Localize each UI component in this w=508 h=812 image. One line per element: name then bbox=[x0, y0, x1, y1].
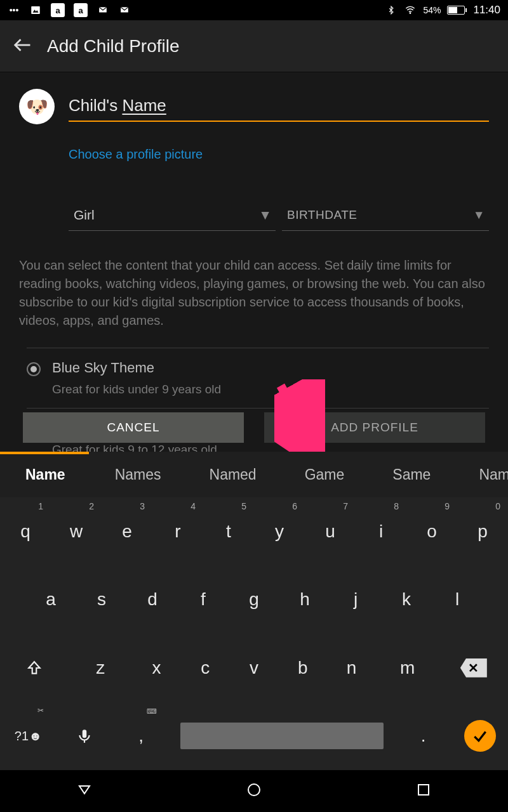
radio-selected-icon[interactable] bbox=[27, 362, 41, 376]
backspace-key[interactable]: ✕ bbox=[439, 634, 508, 702]
keyboard-hint-icon: ⌨ bbox=[147, 707, 157, 716]
svg-point-4 bbox=[410, 13, 411, 13]
name-cursor-text: Name bbox=[122, 96, 166, 115]
key-w[interactable]: 2w bbox=[51, 497, 102, 566]
key-d[interactable]: d bbox=[127, 566, 178, 634]
shift-key[interactable] bbox=[0, 634, 69, 702]
key-o[interactable]: 9o bbox=[406, 497, 457, 566]
key-r[interactable]: 4r bbox=[152, 497, 203, 566]
amazon-app-icon: a bbox=[74, 3, 88, 17]
nav-home-button[interactable] bbox=[246, 782, 262, 800]
key-s[interactable]: s bbox=[76, 566, 127, 634]
choose-profile-picture-link[interactable]: Choose a profile picture bbox=[69, 147, 489, 162]
nav-back-button[interactable] bbox=[77, 782, 92, 800]
theme-subtitle: Great for kids under 9 years old bbox=[52, 383, 221, 396]
more-icon: ••• bbox=[8, 4, 20, 16]
key-l[interactable]: l bbox=[432, 566, 483, 634]
keyboard-suggestions: Name Names Named Game Same Nam bbox=[0, 452, 508, 497]
key-n[interactable]: n bbox=[327, 634, 376, 702]
svg-rect-8 bbox=[83, 730, 87, 738]
system-nav-bar bbox=[0, 770, 508, 812]
suggestion-item[interactable]: Game bbox=[281, 466, 369, 483]
suggestion-item[interactable]: Same bbox=[368, 466, 455, 483]
app-bar: Add Child Profile bbox=[0, 20, 508, 72]
key-m[interactable]: m bbox=[376, 634, 439, 702]
key-e[interactable]: 3e bbox=[102, 497, 152, 566]
key-g[interactable]: g bbox=[229, 566, 279, 634]
gender-select[interactable]: Girl ▼ bbox=[69, 204, 276, 231]
key-h[interactable]: h bbox=[279, 566, 330, 634]
key-u[interactable]: 7u bbox=[305, 497, 356, 566]
svg-rect-12 bbox=[418, 785, 429, 795]
theme-title: Blue Sky Theme bbox=[52, 360, 221, 376]
period-key[interactable]: . bbox=[395, 702, 451, 771]
scissors-hint-icon: ✂ bbox=[37, 706, 44, 715]
key-i[interactable]: 8i bbox=[356, 497, 406, 566]
status-bar: ••• a a 54% 11:40 bbox=[0, 0, 508, 20]
page-title: Add Child Profile bbox=[47, 36, 180, 56]
suggestion-item[interactable]: Named bbox=[185, 466, 281, 483]
symbols-key[interactable]: ✂ ?1☻ bbox=[0, 702, 57, 771]
birthdate-select[interactable]: BIRTHDATE ▼ bbox=[282, 204, 489, 231]
on-screen-keyboard: 1q2w3e4r5t6y7u8i9o0p asdfghjkl zxcvbnm ✕… bbox=[0, 497, 508, 770]
mic-key[interactable] bbox=[57, 702, 113, 771]
key-z[interactable]: z bbox=[69, 634, 132, 702]
svg-rect-0 bbox=[31, 6, 40, 14]
key-b[interactable]: b bbox=[278, 634, 327, 702]
svg-point-11 bbox=[248, 784, 260, 796]
key-j[interactable]: j bbox=[330, 566, 381, 634]
key-y[interactable]: 6y bbox=[254, 497, 305, 566]
key-k[interactable]: k bbox=[381, 566, 432, 634]
suggestion-item[interactable]: Name bbox=[0, 466, 91, 483]
wifi-icon bbox=[404, 4, 417, 16]
suggestion-item[interactable]: Nam bbox=[455, 466, 508, 483]
battery-percent: 54% bbox=[423, 5, 441, 15]
child-name-input[interactable]: Child's Name bbox=[69, 92, 489, 122]
avatar[interactable]: 🐶 bbox=[19, 89, 55, 124]
mail-icon bbox=[97, 4, 109, 16]
suggestion-item[interactable]: Names bbox=[91, 466, 185, 483]
svg-marker-10 bbox=[79, 786, 90, 794]
caret-down-icon: ▼ bbox=[258, 207, 272, 223]
clock: 11:40 bbox=[473, 4, 500, 16]
mail-icon bbox=[118, 4, 131, 16]
description-text: You can select the content that your chi… bbox=[19, 256, 489, 330]
key-v[interactable]: v bbox=[230, 634, 279, 702]
content-area: 🐶 Child's Name Choose a profile picture … bbox=[0, 72, 508, 452]
add-profile-button[interactable]: ADD PROFILE bbox=[264, 412, 485, 443]
key-p[interactable]: 0p bbox=[457, 497, 508, 566]
image-icon bbox=[29, 4, 42, 16]
theme-option[interactable]: Blue Sky Theme Great for kids under 9 ye… bbox=[27, 348, 489, 408]
enter-key[interactable] bbox=[451, 702, 508, 771]
key-t[interactable]: 5t bbox=[203, 497, 254, 566]
name-prefix: Child's bbox=[69, 96, 122, 115]
amazon-app-icon: a bbox=[51, 3, 65, 17]
theme-subtitle: Great for kids 9 to 12 years old bbox=[52, 443, 217, 452]
cancel-button[interactable]: CANCEL bbox=[23, 412, 244, 443]
key-a[interactable]: a bbox=[25, 566, 76, 634]
space-key[interactable] bbox=[170, 702, 396, 771]
nav-recents-button[interactable] bbox=[416, 782, 431, 800]
suggestion-indicator bbox=[0, 452, 89, 454]
key-f[interactable]: f bbox=[178, 566, 229, 634]
key-q[interactable]: 1q bbox=[0, 497, 51, 566]
birthdate-label: BIRTHDATE bbox=[287, 208, 357, 222]
bluetooth-icon bbox=[385, 4, 398, 16]
comma-key[interactable]: ⌨ , bbox=[113, 702, 170, 771]
caret-down-icon: ▼ bbox=[473, 208, 485, 222]
key-c[interactable]: c bbox=[181, 634, 230, 702]
battery-icon bbox=[447, 6, 467, 15]
back-arrow-icon[interactable] bbox=[13, 36, 32, 57]
gender-value: Girl bbox=[74, 207, 95, 223]
key-x[interactable]: x bbox=[132, 634, 181, 702]
